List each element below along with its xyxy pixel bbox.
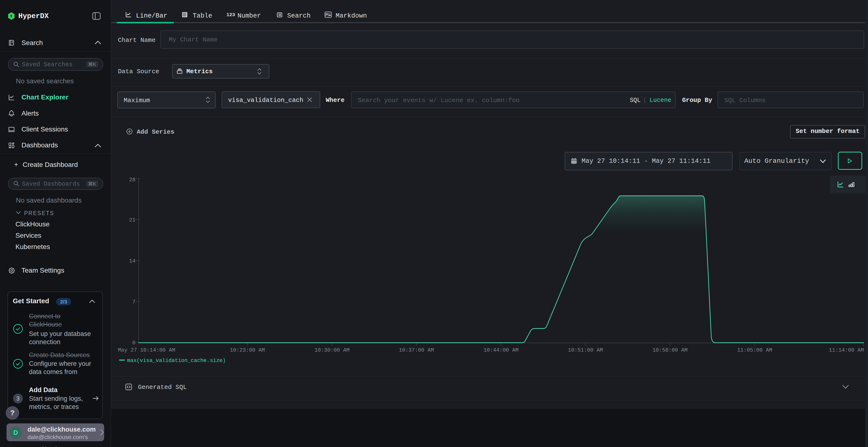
- svg-text:max(visa_validation_cache.size: max(visa_validation_cache.size): [127, 358, 226, 364]
- svg-text:10:37:00 AM: 10:37:00 AM: [399, 347, 434, 353]
- svg-text:21: 21: [129, 217, 135, 223]
- svg-text:28: 28: [129, 177, 135, 183]
- svg-text:11:05:00 AM: 11:05:00 AM: [737, 347, 772, 353]
- svg-text:10:51:00 AM: 10:51:00 AM: [568, 347, 603, 353]
- svg-text:7: 7: [132, 299, 135, 305]
- svg-text:14: 14: [129, 258, 135, 264]
- svg-text:11:14:00 AM: 11:14:00 AM: [829, 347, 864, 353]
- svg-text:May 27 10:14:00 AM: May 27 10:14:00 AM: [118, 347, 175, 353]
- svg-text:0: 0: [132, 340, 135, 346]
- svg-text:10:23:00 AM: 10:23:00 AM: [230, 347, 265, 353]
- svg-text:10:30:00 AM: 10:30:00 AM: [314, 347, 349, 353]
- svg-text:10:44:00 AM: 10:44:00 AM: [484, 347, 518, 353]
- svg-text:10:58:00 AM: 10:58:00 AM: [652, 347, 687, 353]
